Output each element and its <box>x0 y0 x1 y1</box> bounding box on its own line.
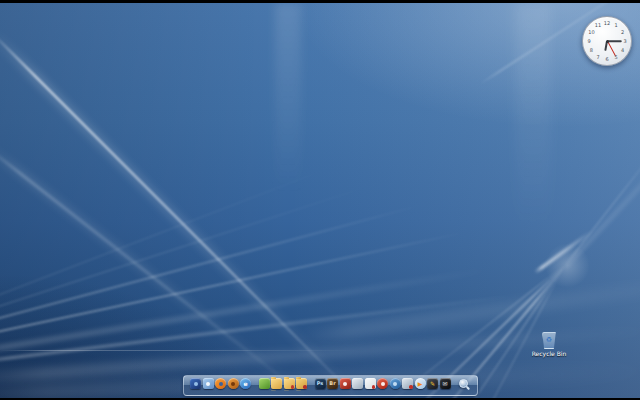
dock-item-document-red[interactable] <box>365 378 376 395</box>
castle-icon <box>402 378 413 389</box>
dock-item-search[interactable] <box>458 378 469 395</box>
wallpaper-streak-secondary <box>0 141 319 398</box>
clock-numeral: 12 <box>604 21 610 26</box>
wallpaper-horizon-line <box>0 350 360 351</box>
wallpaper-band <box>299 275 640 343</box>
app-gray-icon <box>352 378 363 389</box>
wallpaper-vertical-band <box>515 3 551 233</box>
wallpaper-streak-secondary-glow <box>0 139 321 398</box>
wallpaper-fan-line <box>0 183 378 326</box>
clock-numeral: 5 <box>614 54 617 59</box>
dock-item-internet-explorer[interactable]: ee <box>240 378 251 395</box>
dock-item-reflection <box>215 390 226 395</box>
dock-item-reflection <box>259 390 270 395</box>
dock-item-app-orange[interactable] <box>228 378 239 395</box>
dock-item-reflection <box>203 390 214 395</box>
wallpaper-streak-main <box>0 30 365 398</box>
dock-item-computer[interactable] <box>190 378 201 395</box>
computer-icon <box>190 378 201 389</box>
dock-item-reflection <box>365 390 376 395</box>
app-orange-icon <box>228 378 239 389</box>
desktop-icon-recycle-bin[interactable]: ♻ Recycle Bin <box>527 332 571 357</box>
dock-item-app-green[interactable] <box>259 378 270 395</box>
clock-numeral: 10 <box>588 30 594 35</box>
media-player-icon: ▶ <box>415 378 426 389</box>
pencil-tool-icon: ✎ <box>427 378 438 389</box>
dock-item-folder-blue[interactable] <box>203 378 214 395</box>
dock-item-app-blue-round[interactable] <box>390 378 401 395</box>
dock-item-reflection <box>402 390 413 395</box>
dock-item-reflection <box>458 390 469 395</box>
recycle-symbol-icon: ♻ <box>546 337 552 344</box>
dock-item-app-red-round[interactable] <box>377 378 388 395</box>
dock-item-folder[interactable] <box>271 378 282 395</box>
wallpaper-fan-line <box>0 204 423 335</box>
clock-numeral: 8 <box>590 48 593 53</box>
folder-red-badge-2-icon <box>296 378 307 389</box>
wallpaper-flare-streak <box>534 230 592 274</box>
dock-item-castle[interactable] <box>402 378 413 395</box>
dock: eePsPsBrBr▶▶✎✎✉✉ <box>183 375 478 396</box>
dock-item-folder-red-badge-2[interactable] <box>296 378 307 395</box>
dock-item-bridge[interactable]: BrBr <box>327 378 338 395</box>
dock-item-reflection: e <box>240 390 251 395</box>
clock-numeral: 1 <box>614 23 617 28</box>
dock-item-reflection: Br <box>327 390 338 395</box>
desktop-screen: 121234567891011 ♻ Recycle Bin eePsPsBrBr… <box>0 0 640 400</box>
clock-numeral: 3 <box>623 39 626 44</box>
dock-item-folder-red-badge[interactable] <box>284 378 295 395</box>
clock-minute-hand <box>607 40 622 42</box>
wallpaper-flare-glow <box>545 243 590 288</box>
dock-item-reflection <box>190 390 201 395</box>
app-red-icon <box>340 378 351 389</box>
recycle-bin-label: Recycle Bin <box>527 350 571 357</box>
dock-item-reflection <box>296 390 307 395</box>
folder-icon <box>271 378 282 389</box>
dock-item-photoshop[interactable]: PsPs <box>315 378 326 395</box>
wallpaper-fan-line <box>0 231 468 345</box>
clock-face: 121234567891011 <box>582 16 632 66</box>
dock-item-app-red[interactable] <box>340 378 351 395</box>
wallpaper-bundle-continuation <box>559 125 640 273</box>
wallpaper-bundle-continuation <box>565 139 640 266</box>
dock-item-reflection <box>228 390 239 395</box>
dock-item-firefox[interactable] <box>215 378 226 395</box>
folder-red-badge-icon <box>284 378 295 389</box>
recycle-bin-icon: ♻ <box>542 332 557 349</box>
search-icon <box>458 378 469 389</box>
dock-item-reflection <box>352 390 363 395</box>
clock-numeral: 2 <box>621 30 624 35</box>
internet-explorer-icon: e <box>240 378 251 389</box>
wallpaper-fan-line <box>0 267 493 359</box>
dock-item-reflection: ✉ <box>440 390 451 395</box>
dock-item-pencil-tool[interactable]: ✎✎ <box>427 378 438 395</box>
dock-item-reflection <box>390 390 401 395</box>
dock-item-reflection <box>377 390 388 395</box>
clock-numeral: 7 <box>596 54 599 59</box>
dock-item-app-gray[interactable] <box>352 378 363 395</box>
desktop-wallpaper: 121234567891011 ♻ Recycle Bin eePsPsBrBr… <box>0 3 640 398</box>
app-red-round-icon <box>377 378 388 389</box>
dock-item-reflection: ✎ <box>427 390 438 395</box>
clock-numeral: 6 <box>605 57 608 62</box>
clock-widget[interactable]: 121234567891011 <box>582 16 630 64</box>
clock-center-cap <box>606 40 609 43</box>
dock-item-mail[interactable]: ✉✉ <box>440 378 451 395</box>
dock-item-reflection: Ps <box>315 390 326 395</box>
photoshop-icon: Ps <box>315 378 326 389</box>
dock-item-reflection <box>340 390 351 395</box>
clock-numeral: 9 <box>587 39 590 44</box>
dock-item-reflection: ▶ <box>415 390 426 395</box>
dock-item-reflection <box>271 390 282 395</box>
folder-blue-icon <box>203 378 214 389</box>
wallpaper-fan-line <box>0 294 516 367</box>
wallpaper-fan-line <box>0 163 342 318</box>
wallpaper-streak-glow <box>0 28 375 398</box>
bridge-icon: Br <box>327 378 338 389</box>
document-red-icon <box>365 378 376 389</box>
dock-item-reflection <box>284 390 295 395</box>
clock-numeral: 4 <box>621 48 624 53</box>
app-green-icon <box>259 378 270 389</box>
dock-item-media-player[interactable]: ▶▶ <box>415 378 426 395</box>
mail-icon: ✉ <box>440 378 451 389</box>
